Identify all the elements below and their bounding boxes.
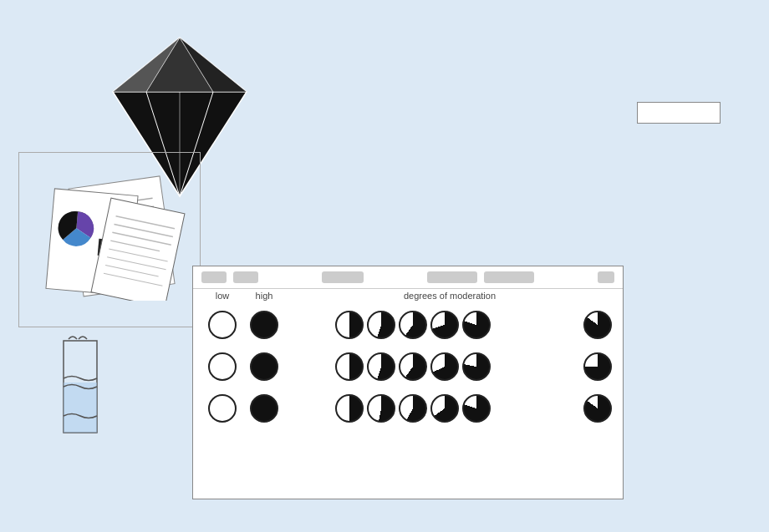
pie-2d xyxy=(430,352,459,381)
pie-2f xyxy=(583,352,612,381)
header-pill-6 xyxy=(598,271,614,283)
col-last-3 xyxy=(581,394,614,423)
header-pill-3 xyxy=(322,271,364,283)
col-high xyxy=(243,394,285,423)
header-pill-2 xyxy=(233,271,258,283)
pie-2e xyxy=(462,352,491,381)
col-mods-1 xyxy=(335,311,491,339)
pie-1c xyxy=(399,311,427,339)
col-low xyxy=(201,352,243,381)
table-row xyxy=(193,346,623,388)
documents-illustration xyxy=(25,167,192,301)
pie-1b xyxy=(367,311,395,339)
pie-3d xyxy=(430,394,459,423)
liquid-container-icon xyxy=(52,332,109,441)
table-header xyxy=(193,266,623,289)
pie-3a xyxy=(335,394,364,423)
pie-2c xyxy=(399,352,427,381)
header-pill-5 xyxy=(484,271,534,283)
header-pill-1 xyxy=(201,271,227,283)
circle-high-3 xyxy=(250,394,278,423)
col-high xyxy=(243,352,285,381)
pie-3c xyxy=(399,394,427,423)
circle-low-3 xyxy=(208,394,237,423)
col-last-2 xyxy=(581,352,614,381)
pie-1e xyxy=(462,311,491,339)
table-row xyxy=(193,304,623,346)
col-mods-2 xyxy=(335,352,491,381)
top-right-box xyxy=(637,102,721,124)
table-row xyxy=(193,388,623,429)
circle-low-1 xyxy=(208,311,237,339)
pie-2b xyxy=(367,352,395,381)
circle-high-2 xyxy=(250,352,278,381)
main-data-table: low high degrees of moderation xyxy=(192,266,624,499)
pie-1f xyxy=(583,311,612,339)
label-high: high xyxy=(243,291,285,301)
col-low xyxy=(201,394,243,423)
circle-high-1 xyxy=(250,311,278,339)
pie-1a xyxy=(335,311,364,339)
svg-rect-30 xyxy=(64,383,97,433)
pie-1d xyxy=(430,311,459,339)
col-last-1 xyxy=(581,311,614,339)
column-labels: low high degrees of moderation xyxy=(193,289,623,304)
col-low xyxy=(201,311,243,339)
pie-3e xyxy=(462,394,491,423)
pie-2a xyxy=(335,352,364,381)
pie-3f xyxy=(583,394,612,423)
label-low: low xyxy=(201,291,243,301)
circle-low-2 xyxy=(208,352,237,381)
col-mods-3 xyxy=(335,394,491,423)
header-pill-4 xyxy=(427,271,477,283)
pie-3b xyxy=(367,394,395,423)
col-high xyxy=(243,311,285,339)
label-degrees: degrees of moderation xyxy=(285,291,614,301)
